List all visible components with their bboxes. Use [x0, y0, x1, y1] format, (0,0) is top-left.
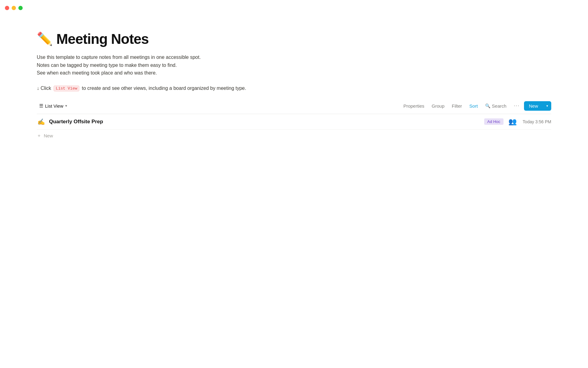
description-line1: Use this template to capture notes from … — [37, 53, 551, 61]
maximize-button[interactable] — [18, 6, 23, 10]
main-content: ✏️ Meeting Notes Use this template to ca… — [0, 16, 588, 154]
page-title-row: ✏️ Meeting Notes — [37, 31, 551, 47]
properties-label: Properties — [403, 103, 424, 109]
more-icon: ··· — [514, 103, 520, 109]
page-title: Meeting Notes — [56, 31, 149, 47]
chevron-down-icon: ▾ — [65, 104, 67, 108]
description-line3: See when each meeting took place and who… — [37, 69, 551, 77]
more-button[interactable]: ··· — [511, 101, 523, 110]
row-title: Quarterly Offsite Prep — [49, 119, 484, 125]
list-view-button[interactable]: ☰ List View ▾ — [37, 102, 70, 110]
sort-label: Sort — [469, 103, 478, 109]
new-button[interactable]: New ▾ — [524, 101, 551, 111]
group-button[interactable]: Group — [429, 102, 448, 110]
instruction-suffix: to create and see other views, including… — [82, 86, 246, 91]
filter-label: Filter — [452, 103, 462, 109]
toolbar: ☰ List View ▾ Properties Group Filter So… — [37, 101, 551, 114]
row-date: Today 3:56 PM — [523, 119, 551, 124]
toolbar-right: Properties Group Filter Sort 🔍 Search ··… — [400, 101, 551, 111]
properties-button[interactable]: Properties — [400, 102, 427, 110]
row-avatars: 👥 — [508, 118, 517, 126]
minimize-button[interactable] — [12, 6, 16, 10]
close-button[interactable] — [5, 6, 9, 10]
new-button-label: New — [524, 101, 543, 111]
search-icon: 🔍 — [485, 103, 490, 108]
list-icon: ☰ — [39, 103, 43, 109]
toolbar-left: ☰ List View ▾ — [37, 102, 400, 110]
plus-icon: ＋ — [37, 133, 41, 139]
search-label: Search — [492, 103, 507, 109]
titlebar — [0, 0, 588, 16]
page-description: Use this template to capture notes from … — [37, 53, 551, 77]
sort-button[interactable]: Sort — [466, 102, 481, 110]
instruction-row: ↓ Click List View to create and see othe… — [37, 86, 551, 91]
page-title-emoji: ✏️ — [37, 33, 53, 45]
row-tag: Ad Hoc — [484, 118, 503, 125]
table-row[interactable]: ✍️ Quarterly Offsite Prep Ad Hoc 👥 Today… — [37, 114, 551, 130]
new-button-caret[interactable]: ▾ — [543, 102, 551, 110]
list-view-label: List View — [45, 103, 63, 109]
list-area: ✍️ Quarterly Offsite Prep Ad Hoc 👥 Today… — [37, 114, 551, 142]
group-label: Group — [432, 103, 445, 109]
description-line2: Notes can be tagged by meeting type to m… — [37, 61, 551, 69]
new-entry-row[interactable]: ＋ New — [37, 130, 551, 142]
row-emoji: ✍️ — [37, 118, 45, 125]
search-button[interactable]: 🔍 Search — [482, 102, 510, 110]
filter-button[interactable]: Filter — [449, 102, 465, 110]
instruction-prefix: ↓ Click — [37, 86, 51, 91]
new-entry-label: New — [44, 133, 53, 138]
list-view-badge[interactable]: List View — [54, 86, 79, 91]
